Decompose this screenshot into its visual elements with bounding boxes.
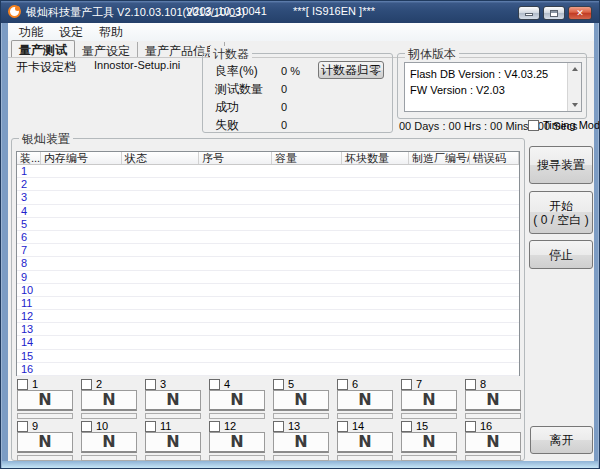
slot-checkbox[interactable] bbox=[145, 379, 156, 390]
scroll-up-icon[interactable] bbox=[572, 67, 578, 71]
row-cell bbox=[342, 271, 409, 283]
slot-progress-bar bbox=[273, 413, 329, 419]
slot-check-field: 2 bbox=[81, 378, 102, 390]
row-cell bbox=[470, 350, 519, 362]
slot-status-button[interactable]: N bbox=[337, 390, 393, 411]
slot-checkbox[interactable] bbox=[273, 421, 284, 432]
slot-status-button[interactable]: N bbox=[17, 432, 73, 453]
slot-status-button[interactable]: N bbox=[81, 432, 137, 453]
slot-number: 13 bbox=[288, 420, 300, 432]
slot-status-button[interactable]: N bbox=[401, 432, 457, 453]
start-button[interactable]: 开始 ( 0 / 空白 ) bbox=[529, 191, 593, 234]
slot-checkbox[interactable] bbox=[465, 421, 476, 432]
slot-checkbox[interactable] bbox=[81, 379, 92, 390]
column-header[interactable]: 容量 bbox=[272, 152, 342, 164]
table-row[interactable]: 11 bbox=[17, 297, 519, 310]
slot-checkbox[interactable] bbox=[401, 379, 412, 390]
row-cell bbox=[122, 323, 199, 335]
table-row[interactable]: 13 bbox=[17, 323, 519, 336]
column-header[interactable]: 装... bbox=[17, 152, 41, 164]
column-header[interactable]: 坏块数量 bbox=[342, 152, 409, 164]
slot-number: 4 bbox=[224, 378, 230, 390]
row-cell bbox=[199, 310, 272, 322]
slot-checkbox[interactable] bbox=[401, 421, 412, 432]
slot-checkbox[interactable] bbox=[337, 379, 348, 390]
slot-checkbox[interactable] bbox=[145, 421, 156, 432]
table-row[interactable]: 6 bbox=[17, 231, 519, 244]
row-cell bbox=[409, 271, 470, 283]
table-row[interactable]: 15 bbox=[17, 350, 519, 363]
exit-button[interactable]: 离开 bbox=[530, 426, 593, 454]
slot-status-button[interactable]: N bbox=[273, 390, 329, 411]
table-row[interactable]: 1 bbox=[17, 165, 519, 178]
table-row[interactable]: 10 bbox=[17, 284, 519, 297]
slot-status-button[interactable]: N bbox=[465, 390, 521, 411]
menu-item-help[interactable]: 帮助 bbox=[91, 23, 131, 42]
slot-check-field: 15 bbox=[401, 420, 428, 432]
slot-status-button[interactable]: N bbox=[273, 432, 329, 453]
slot-status-button[interactable]: N bbox=[209, 432, 265, 453]
slot-checkbox[interactable] bbox=[209, 421, 220, 432]
row-cell bbox=[41, 178, 122, 190]
slot-status-button[interactable]: N bbox=[17, 390, 73, 411]
table-row[interactable]: 7 bbox=[17, 244, 519, 257]
row-cell bbox=[122, 191, 199, 203]
slot-check-field: 8 bbox=[465, 378, 486, 390]
maximize-button[interactable] bbox=[543, 6, 565, 20]
minimize-icon bbox=[525, 13, 533, 16]
row-cell bbox=[41, 231, 122, 243]
table-row[interactable]: 8 bbox=[17, 257, 519, 270]
slot-number: 7 bbox=[416, 378, 422, 390]
menu-item-function[interactable]: 功能 bbox=[11, 23, 51, 42]
slot-checkbox[interactable] bbox=[17, 379, 28, 390]
slot-checkbox[interactable] bbox=[81, 421, 92, 432]
slot-status-button[interactable]: N bbox=[145, 432, 201, 453]
table-row[interactable]: 14 bbox=[17, 336, 519, 349]
timing-mode-checkbox[interactable] bbox=[528, 120, 539, 131]
slot-status-button[interactable]: N bbox=[337, 432, 393, 453]
slot-checkbox[interactable] bbox=[337, 421, 348, 432]
title-bar[interactable]: 银灿科技量产工具 V2.10.03.101(2013/10/03) V203_1… bbox=[1, 1, 599, 23]
row-number: 2 bbox=[17, 178, 41, 190]
counter-rows: 良率(%)0 %测试数量0成功0失败0 bbox=[215, 62, 300, 134]
counter-row: 成功0 bbox=[215, 98, 300, 116]
table-row[interactable]: 9 bbox=[17, 271, 519, 284]
search-device-button[interactable]: 搜寻装置 bbox=[529, 146, 593, 184]
table-row[interactable]: 12 bbox=[17, 310, 519, 323]
tab-mp-settings[interactable]: 量产设定 bbox=[75, 42, 138, 57]
window-title-badge: ***[ IS916EN ]*** bbox=[269, 5, 399, 17]
column-header[interactable]: 序号 bbox=[199, 152, 272, 164]
close-button[interactable]: ✕ bbox=[568, 6, 592, 20]
row-cell bbox=[199, 336, 272, 348]
counter-reset-button[interactable]: 计数器归零 bbox=[318, 61, 384, 79]
counter-row-label: 失败 bbox=[215, 117, 267, 134]
column-header[interactable]: 状态 bbox=[122, 152, 199, 164]
slot-check-field: 14 bbox=[337, 420, 364, 432]
slot-status-button[interactable]: N bbox=[465, 432, 521, 453]
row-cell bbox=[409, 310, 470, 322]
row-cell bbox=[342, 284, 409, 296]
row-cell bbox=[272, 218, 342, 230]
menu-item-settings[interactable]: 设定 bbox=[51, 23, 91, 42]
table-row[interactable]: 16 bbox=[17, 363, 519, 376]
slot-checkbox[interactable] bbox=[17, 421, 28, 432]
column-header[interactable]: 制造厂编号/产... bbox=[409, 152, 470, 164]
scroll-down-icon[interactable] bbox=[572, 103, 578, 107]
slot-checkbox[interactable] bbox=[209, 379, 220, 390]
table-row[interactable]: 5 bbox=[17, 218, 519, 231]
table-row[interactable]: 4 bbox=[17, 205, 519, 218]
slot-status-button[interactable]: N bbox=[209, 390, 265, 411]
slot-checkbox[interactable] bbox=[273, 379, 284, 390]
slot-status-button[interactable]: N bbox=[401, 390, 457, 411]
minimize-button[interactable] bbox=[518, 6, 540, 20]
stop-button[interactable]: 停止 bbox=[529, 240, 593, 269]
slot-checkbox[interactable] bbox=[465, 379, 476, 390]
table-row[interactable]: 3 bbox=[17, 191, 519, 204]
column-header[interactable]: 内存编号 bbox=[41, 152, 122, 164]
table-row[interactable]: 2 bbox=[17, 178, 519, 191]
slot-status-button[interactable]: N bbox=[145, 390, 201, 411]
column-header[interactable]: 错误码 bbox=[470, 152, 519, 164]
slot-status-button[interactable]: N bbox=[81, 390, 137, 411]
tab-mp-test[interactable]: 量产测试 bbox=[11, 40, 75, 57]
firmware-scrollbar[interactable] bbox=[567, 63, 581, 111]
